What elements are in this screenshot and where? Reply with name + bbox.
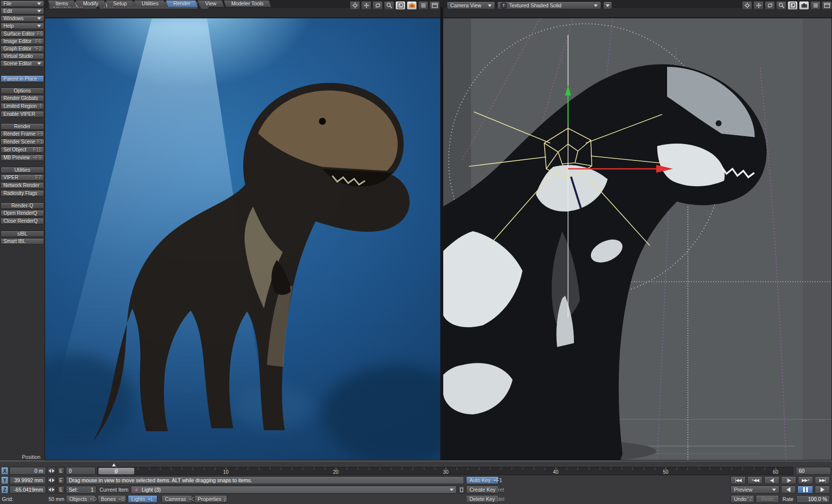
sidebar-item-radiosity-flags[interactable]: Radiosity Flags: [0, 190, 44, 197]
tab-modeler-tools[interactable]: Modeler Tools: [224, 0, 270, 7]
right-camera-toggle-button[interactable]: [799, 1, 809, 10]
sidebar-item-enable-viper[interactable]: Enable VIPER: [0, 111, 44, 117]
jump-last-frame-button[interactable]: ▶▶|: [815, 476, 830, 484]
viewport-divider[interactable]: [441, 7, 443, 460]
window-icon: [431, 2, 438, 9]
sidebar-item-limited-region[interactable]: Limited Regionl: [0, 103, 44, 109]
x-envelope-button[interactable]: E: [57, 467, 65, 475]
edit-bones-button[interactable]: Bones+B: [98, 495, 126, 503]
create-key-button[interactable]: Create Keyret: [466, 486, 499, 494]
timeline-ruler[interactable]: 0 0 10 20 30 40 50 60: [97, 467, 793, 475]
x-nudge-control[interactable]: [47, 467, 56, 475]
current-item-label: Current Item: [100, 487, 128, 493]
tab-items[interactable]: Items: [49, 0, 75, 7]
edit-lights-button[interactable]: Lights+L: [128, 495, 157, 503]
menu-windows-label: Windows: [3, 16, 35, 21]
right-pan-view-button[interactable]: [753, 1, 764, 10]
play-forward-button[interactable]: [815, 486, 830, 494]
sidebar-item-render-globals[interactable]: Render Globals: [0, 95, 44, 101]
z-axis-button[interactable]: Z: [1, 486, 8, 494]
current-item-dropdown[interactable]: Light (3): [131, 486, 457, 494]
maximize-icon: [397, 2, 404, 9]
left-camera-toggle-button[interactable]: [407, 1, 417, 10]
menu-windows[interactable]: Windows: [0, 15, 44, 22]
right-view-type-dropdown[interactable]: Camera View: [447, 1, 495, 9]
sidebar-item-viper[interactable]: VIPERF7: [0, 174, 44, 181]
light-item-widget[interactable]: [443, 18, 832, 460]
left-viewport-camera-vpr[interactable]: [45, 18, 441, 460]
sidebar-item-virtual-studio[interactable]: Virtual Studio: [0, 53, 44, 59]
tab-setup[interactable]: Setup: [106, 0, 134, 7]
sidebar-item-network-render[interactable]: Network Render: [0, 182, 44, 189]
menu-file[interactable]: File: [0, 0, 44, 7]
play-reverse-button[interactable]: [781, 486, 796, 494]
right-zoom-view-button[interactable]: [776, 1, 786, 10]
right-viewport-camera-shaded[interactable]: [443, 18, 832, 460]
sidebar-item-render-scene[interactable]: Render SceneF10: [0, 139, 44, 145]
sidebar-item-smart-ibl[interactable]: Smart IBL: [0, 238, 44, 245]
tab-render[interactable]: Render: [166, 0, 197, 7]
parent-in-place-button[interactable]: Parent in Place: [0, 75, 44, 82]
right-window-button[interactable]: [822, 1, 832, 10]
step-forward-button[interactable]: ||▶: [781, 476, 796, 484]
y-envelope-button[interactable]: E: [57, 476, 65, 484]
right-rotate-view-button[interactable]: [765, 1, 775, 10]
z-envelope-button[interactable]: E: [57, 486, 65, 494]
sidebar-item-image-editor[interactable]: Image EditorF6: [0, 38, 44, 45]
z-nudge-control[interactable]: [47, 486, 56, 494]
step-back-button[interactable]: ◀||: [764, 476, 780, 484]
current-frame-field[interactable]: 0: [66, 467, 96, 475]
sidebar-item-mb-preview[interactable]: MB Preview+F9: [0, 154, 44, 161]
left-zoom-view-button[interactable]: [384, 1, 394, 10]
sidebar-item-surface-editor[interactable]: Surface EditorF5: [0, 31, 44, 37]
z-value-field[interactable]: -65.0419mm: [9, 486, 46, 494]
end-frame-field[interactable]: 60: [796, 467, 831, 475]
right-move-view-button[interactable]: [742, 1, 752, 10]
left-move-view-button[interactable]: [350, 1, 360, 10]
move-icon: [744, 2, 751, 9]
preview-dropdown[interactable]: Preview: [730, 486, 780, 494]
y-nudge-control[interactable]: [47, 476, 56, 484]
y-value-field[interactable]: 39.9992 mm: [9, 476, 46, 484]
delete-key-button[interactable]: Delete Keydel: [466, 495, 499, 503]
pause-button[interactable]: [797, 486, 813, 494]
right-list-button[interactable]: [810, 1, 821, 10]
sidebar-item-close-renderq[interactable]: Close RenderQ: [0, 218, 44, 224]
right-maximize-view-button[interactable]: [787, 1, 798, 10]
tick-40: 40: [548, 469, 563, 475]
sidebar-item-sel-object[interactable]: Sel ObjectF11: [0, 147, 44, 153]
item-properties-mini-button[interactable]: [458, 486, 465, 494]
left-maximize-view-button[interactable]: [395, 1, 406, 10]
right-viewport-options-dropdown[interactable]: [603, 1, 612, 9]
left-list-button[interactable]: [418, 1, 428, 10]
auto-key-button[interactable]: Auto Key+F1: [466, 476, 499, 484]
x-value-field[interactable]: 0 m: [9, 467, 46, 475]
tab-utilities[interactable]: Utilities: [135, 0, 165, 7]
menu-edit[interactable]: Edit: [0, 8, 44, 14]
left-pan-view-button[interactable]: [361, 1, 371, 10]
tab-modify[interactable]: Modify: [76, 0, 105, 7]
x-axis-button[interactable]: X: [1, 467, 8, 475]
chevron-down-icon: [37, 10, 41, 12]
sidebar-item-scene-editor[interactable]: Scene Editor: [0, 60, 44, 67]
item-properties-button[interactable]: Propertiesp: [194, 495, 227, 503]
position-channel-label[interactable]: Position: [18, 454, 45, 460]
right-render-mode-dropdown[interactable]: TTextured Shaded Solid: [497, 1, 601, 9]
rate-field[interactable]: 100.0 %: [796, 495, 830, 503]
left-rotate-view-button[interactable]: [372, 1, 383, 10]
tab-view[interactable]: View: [198, 0, 223, 7]
sidebar-item-graph-editor[interactable]: Graph Editor^F2: [0, 46, 44, 52]
left-window-button[interactable]: [429, 1, 440, 10]
edit-cameras-button[interactable]: Cameras+C: [161, 495, 192, 503]
prev-keyframe-button[interactable]: +◀◀: [747, 476, 763, 484]
undo-button[interactable]: Undo^Z: [730, 495, 754, 503]
next-keyframe-button[interactable]: ▶▶+: [798, 476, 813, 484]
selection-count-field[interactable]: Sel:1: [66, 486, 97, 494]
sidebar-item-render-frame[interactable]: Render FrameF9: [0, 131, 44, 137]
sidebar-item-open-renderq[interactable]: Open RenderQ: [0, 210, 44, 216]
menu-help[interactable]: Help: [0, 23, 44, 29]
y-axis-button[interactable]: Y: [1, 476, 8, 484]
jump-first-frame-button[interactable]: |◀◀: [730, 476, 746, 484]
redo-button[interactable]: Redo: [756, 495, 779, 503]
edit-objects-button[interactable]: Objects+O: [66, 495, 96, 503]
